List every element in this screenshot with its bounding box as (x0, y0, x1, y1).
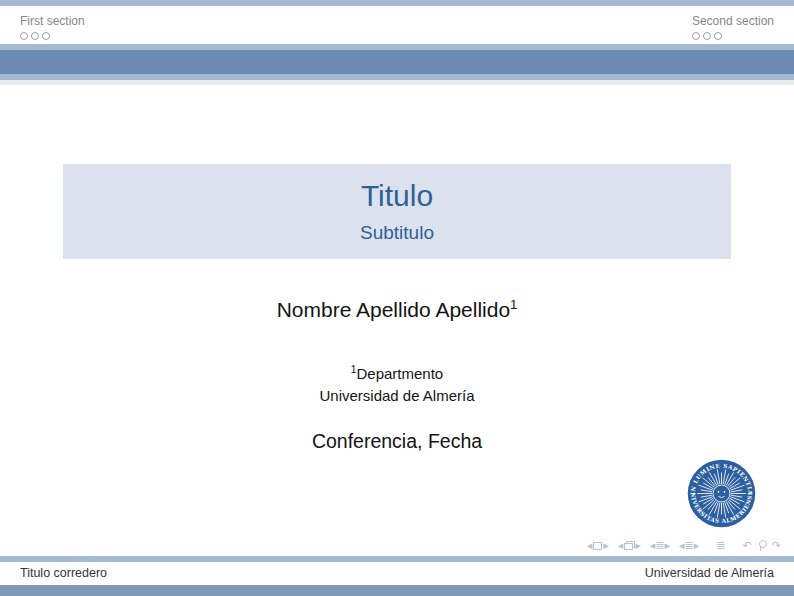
header-band (0, 50, 794, 74)
institute-department: Departmento (356, 365, 443, 382)
section-first-dots (20, 32, 85, 41)
section-first-label[interactable]: First section (20, 13, 85, 29)
frame-dot[interactable] (714, 32, 722, 40)
search-icon[interactable] (757, 540, 767, 551)
beamer-navigation-bar: ◂ ▸ ◂ ▸ ◂ ≣ ▸ ◂ ≣ ▸ ≣ ↶ ↷ (587, 538, 781, 553)
slide-subtitle: Subtitulo (63, 221, 731, 245)
frame-dot[interactable] (692, 32, 700, 40)
footer-strip: Titulo corredero Universidad de Almería (0, 562, 794, 585)
footer-institution: Universidad de Almería (645, 562, 774, 585)
go-forward-icon[interactable]: ↷ (772, 538, 781, 553)
next-section-icon[interactable]: ▸ (694, 538, 700, 553)
university-seal-logo: IN LUMINE SAPIENTIA VNIVERSITAS ALMERIEN… (684, 456, 759, 531)
institute-block: 1Departmento Universidad de Almería (0, 359, 794, 406)
author-line: Nombre Apellido Apellido1 (0, 297, 794, 322)
frame-dot[interactable] (42, 32, 50, 40)
section-second-label[interactable]: Second section (692, 13, 774, 29)
section-second[interactable]: Second section (692, 13, 774, 41)
section-icon[interactable]: ≣ (685, 538, 694, 553)
next-slide-icon[interactable]: ▸ (603, 538, 609, 553)
section-headline: First section Second section (0, 6, 794, 44)
seal-eye-left (718, 491, 720, 493)
conference-date: Conferencia, Fecha (0, 430, 794, 453)
frame-icon[interactable] (593, 542, 602, 550)
footer-bottom-bar (0, 585, 794, 596)
frame-dot[interactable] (20, 32, 28, 40)
seal-sun-face (713, 485, 730, 502)
section-first[interactable]: First section (20, 13, 85, 41)
institute-department-line: 1Departmento (0, 359, 794, 385)
next-subsection-icon[interactable]: ▸ (665, 538, 671, 553)
frames-icon[interactable] (624, 541, 634, 550)
beamer-slide: First section Second section Titulo Subt… (0, 0, 794, 596)
header-band-shadow (0, 80, 794, 85)
section-second-dots (692, 32, 774, 41)
prev-slide-icon[interactable]: ◂ (587, 538, 593, 553)
prev-frame-icon[interactable]: ◂ (618, 538, 624, 553)
frame-dot[interactable] (31, 32, 39, 40)
institute-university: Universidad de Almería (0, 385, 794, 407)
frame-dot[interactable] (703, 32, 711, 40)
title-block: Titulo Subtitulo (63, 164, 731, 259)
footer-short-title: Titulo corredero (20, 562, 107, 585)
subsection-icon[interactable]: ≣ (655, 538, 664, 553)
author-name: Nombre Apellido Apellido (277, 298, 510, 321)
appendix-icon[interactable]: ≣ (716, 538, 725, 553)
seal-eye-right (724, 491, 726, 493)
next-frame-icon[interactable]: ▸ (635, 538, 641, 553)
slide-title: Titulo (63, 177, 731, 215)
author-footnote-mark: 1 (510, 297, 517, 312)
go-back-icon[interactable]: ↶ (743, 538, 752, 553)
